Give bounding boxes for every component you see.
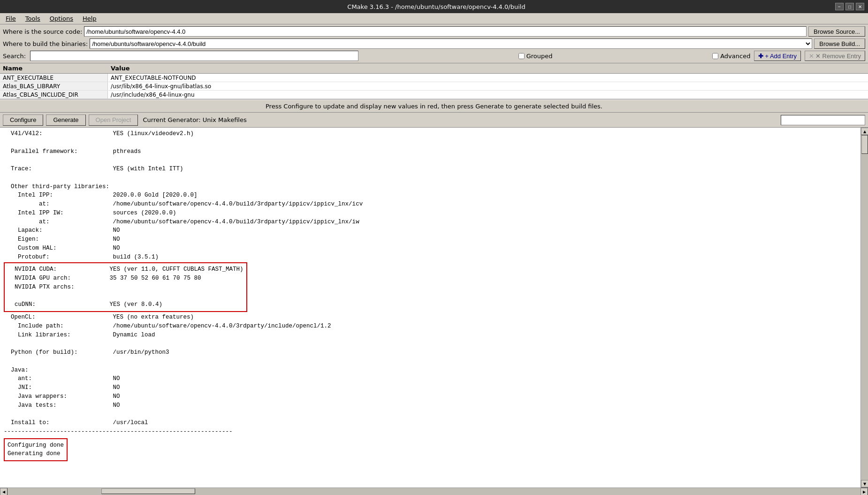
- entry-table-header: Name Value: [0, 63, 868, 74]
- scroll-up-button[interactable]: ▲: [861, 128, 868, 135]
- entry-value: /usr/include/x86_64-linux-gnu: [108, 91, 868, 99]
- name-column-header: Name: [3, 65, 111, 72]
- search-row: Search: Grouped Advanced ✚ + Add Entry ✕…: [3, 51, 865, 61]
- menu-bar: File Tools Options Help: [0, 13, 868, 24]
- output-area[interactable]: V4l/V4l2: YES (linux/videodev2.h) Parall…: [0, 128, 860, 487]
- h-scroll-track: [8, 488, 860, 495]
- table-row[interactable]: ANT_EXECUTABLE ANT_EXECUTABLE-NOTFOUND: [0, 74, 868, 82]
- add-entry-label: + Add Entry: [765, 53, 797, 60]
- scroll-track: [861, 135, 868, 480]
- entry-table: ANT_EXECUTABLE ANT_EXECUTABLE-NOTFOUND A…: [0, 74, 868, 99]
- status-message: Press Configure to update and display ne…: [266, 103, 602, 110]
- remove-entry-label: ✕ Remove Entry: [815, 53, 861, 60]
- bottom-search-input[interactable]: [781, 115, 865, 125]
- cuda-highlighted-section: NVIDIA CUDA: YES (ver 11.0, CUFFT CUBLAS…: [4, 262, 247, 312]
- title-bar: CMake 3.16.3 - /home/ubuntu/software/ope…: [0, 0, 868, 13]
- content-area: V4l/V4l2: YES (linux/videodev2.h) Parall…: [0, 128, 868, 487]
- search-input[interactable]: [30, 51, 358, 61]
- grouped-checkbox-group: Grouped: [518, 53, 553, 60]
- advanced-checkbox-group: Advanced: [712, 53, 750, 60]
- main-window: CMake 3.16.3 - /home/ubuntu/software/ope…: [0, 0, 868, 495]
- scroll-right-button[interactable]: ▶: [860, 488, 868, 495]
- horizontal-scrollbar[interactable]: ◀ ▶: [0, 487, 868, 495]
- grouped-checkbox[interactable]: [518, 53, 525, 59]
- binaries-dropdown[interactable]: /home/ubuntu/software/opencv-4.4.0/build: [90, 38, 812, 49]
- table-row[interactable]: Atlas_BLAS_LIBRARY /usr/lib/x86_64-linux…: [0, 82, 868, 91]
- grouped-label: Grouped: [526, 53, 553, 60]
- source-row: Where is the source code: Browse Source.…: [3, 26, 865, 37]
- value-column-header: Value: [111, 65, 865, 72]
- done-output: Configuring done Generating done: [8, 441, 64, 459]
- maximize-button[interactable]: □: [845, 3, 854, 10]
- entry-name: ANT_EXECUTABLE: [0, 74, 108, 82]
- cuda-output: NVIDIA CUDA: YES (ver 11.0, CUFFT CUBLAS…: [8, 265, 244, 309]
- output-after-cuda: OpenCL: YES (no extra features) Include …: [4, 313, 857, 436]
- remove-icon: ✕: [809, 53, 814, 60]
- browse-build-button[interactable]: Browse Build...: [814, 38, 865, 49]
- source-input[interactable]: [84, 26, 807, 37]
- close-button[interactable]: ✕: [856, 3, 864, 10]
- menu-help[interactable]: Help: [79, 14, 100, 23]
- remove-entry-button[interactable]: ✕ ✕ Remove Entry: [805, 51, 865, 61]
- generator-label: Current Generator: Unix Makefiles: [143, 116, 246, 123]
- bottom-toolbar: Configure Generate Open Project Current …: [0, 113, 868, 128]
- window-title: CMake 3.16.3 - /home/ubuntu/software/ope…: [38, 3, 835, 10]
- advanced-label: Advanced: [720, 53, 750, 60]
- output-text: V4l/V4l2: YES (linux/videodev2.h) Parall…: [4, 129, 857, 261]
- minimize-button[interactable]: −: [835, 3, 844, 10]
- entry-name: Atlas_BLAS_LIBRARY: [0, 82, 108, 90]
- entry-value: ANT_EXECUTABLE-NOTFOUND: [108, 74, 868, 82]
- scroll-thumb[interactable]: [861, 135, 868, 154]
- search-label: Search:: [3, 53, 26, 60]
- binaries-row: Where to build the binaries: /home/ubunt…: [3, 38, 865, 49]
- advanced-checkbox[interactable]: [712, 53, 718, 59]
- add-entry-button[interactable]: ✚ + Add Entry: [754, 51, 801, 61]
- h-scroll-thumb[interactable]: [101, 488, 195, 494]
- configure-button[interactable]: Configure: [3, 114, 43, 126]
- table-row[interactable]: Atlas_CBLAS_INCLUDE_DIR /usr/include/x86…: [0, 91, 868, 99]
- source-label: Where is the source code:: [3, 28, 82, 35]
- binaries-label: Where to build the binaries:: [3, 40, 88, 47]
- open-project-button[interactable]: Open Project: [89, 114, 138, 126]
- vertical-scrollbar[interactable]: ▲ ▼: [860, 128, 868, 487]
- toolbar: Where is the source code: Browse Source.…: [0, 24, 868, 63]
- done-highlighted-section: Configuring done Generating done: [4, 438, 68, 462]
- menu-options[interactable]: Options: [46, 14, 77, 23]
- plus-icon: ✚: [758, 53, 763, 60]
- scroll-down-button[interactable]: ▼: [861, 480, 868, 487]
- entry-value: /usr/lib/x86_64-linux-gnu/libatlas.so: [108, 82, 868, 90]
- scroll-left-button[interactable]: ◀: [0, 488, 8, 495]
- status-bar: Press Configure to update and display ne…: [0, 99, 868, 113]
- entry-name: Atlas_CBLAS_INCLUDE_DIR: [0, 91, 108, 99]
- menu-tools[interactable]: Tools: [22, 14, 44, 23]
- menu-file[interactable]: File: [2, 14, 20, 23]
- generate-button[interactable]: Generate: [46, 114, 85, 126]
- browse-source-button[interactable]: Browse Source...: [808, 26, 865, 37]
